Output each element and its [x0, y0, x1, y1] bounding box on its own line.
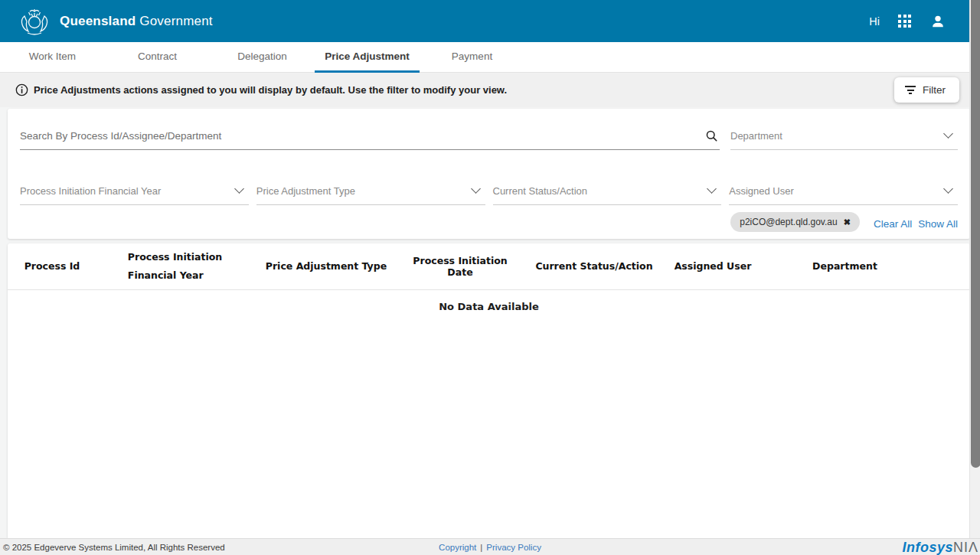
column-header-department: Department [759, 256, 931, 276]
results-table: Process Id Process InitiationFinancial Y… [8, 243, 970, 538]
brand-title: Queensland Government [60, 14, 213, 29]
copyright-text: © 2025 Edgeverve Systems Limited, All Ri… [0, 543, 225, 552]
footer-link-separator: | [480, 543, 482, 552]
no-data-message: No Data Available [8, 290, 970, 312]
price-adjustment-type-dropdown[interactable]: Price Adjustment Type [256, 176, 485, 205]
tab-payment[interactable]: Payment [420, 42, 524, 73]
qld-coat-of-arms-logo [17, 5, 52, 38]
current-status-dropdown-label: Current Status/Action [493, 185, 588, 197]
column-header-price-adjustment-type: Price Adjustment Type [253, 256, 399, 276]
apps-grid-icon[interactable] [898, 15, 911, 28]
privacy-policy-link[interactable]: Privacy Policy [486, 543, 541, 552]
user-profile-icon[interactable] [929, 13, 946, 30]
clear-all-link[interactable]: Clear All [874, 218, 912, 230]
financial-year-dropdown[interactable]: Process Initiation Financial Year [20, 176, 249, 205]
tab-contract[interactable]: Contract [105, 42, 210, 73]
department-dropdown[interactable]: Department [730, 121, 958, 150]
table-header-row: Process Id Process InitiationFinancial Y… [8, 243, 970, 290]
column-header-assigned-user: Assigned User [667, 256, 759, 276]
column-header-process-id: Process Id [8, 256, 96, 276]
assigned-user-dropdown-label: Assigned User [729, 185, 794, 197]
chevron-down-icon [471, 184, 481, 194]
chevron-down-icon [707, 184, 717, 194]
tab-delegation[interactable]: Delegation [210, 42, 315, 73]
filter-button-label: Filter [923, 84, 946, 96]
financial-year-dropdown-label: Process Initiation Financial Year [20, 185, 161, 197]
current-status-dropdown[interactable]: Current Status/Action [493, 176, 722, 205]
assigned-user-chip: p2iCO@dept.qld.gov.au ✖ [730, 212, 860, 232]
info-icon [15, 83, 28, 96]
department-dropdown-label: Department [730, 130, 782, 142]
chip-remove-icon[interactable]: ✖ [844, 218, 851, 227]
scrollbar-thumb[interactable] [971, 0, 980, 468]
app-header: Queensland Government Hi [0, 0, 980, 42]
filter-panel: Department Process Initiation Financial … [8, 109, 970, 239]
brand-queensland: Queensland [60, 14, 136, 28]
column-header-financial-year: Process InitiationFinancial Year [96, 243, 253, 289]
banner-message: Price Adjustments actions assigned to yo… [34, 84, 507, 96]
column-header-current-status: Current Status/Action [521, 256, 667, 276]
column-header-initiation-date: Process Initiation Date [399, 250, 521, 282]
copyright-link[interactable]: Copyright [439, 543, 476, 552]
search-icon[interactable] [705, 129, 718, 145]
show-all-link[interactable]: Show All [918, 218, 958, 230]
brand-government: Government [139, 14, 213, 28]
info-banner: Price Adjustments actions assigned to yo… [0, 73, 980, 107]
chevron-down-icon [234, 184, 244, 194]
price-adjustment-type-dropdown-label: Price Adjustment Type [256, 185, 355, 197]
main-tabbar: Work Item Contract Delegation Price Adju… [0, 42, 980, 73]
assigned-user-chip-text: p2iCO@dept.qld.gov.au [740, 217, 837, 227]
search-input[interactable] [20, 119, 720, 150]
tab-price-adjustment[interactable]: Price Adjustment [315, 42, 420, 73]
tab-work-item[interactable]: Work Item [0, 42, 105, 73]
chevron-down-icon [943, 184, 953, 194]
app-footer: © 2025 Edgeverve Systems Limited, All Ri… [0, 538, 980, 555]
assigned-user-dropdown[interactable]: Assigned User p2iCO@dept.qld.gov.au ✖ [729, 176, 958, 205]
scrollbar-track[interactable] [969, 0, 980, 538]
filter-button[interactable]: Filter [894, 77, 959, 103]
chevron-down-icon [943, 129, 953, 139]
filter-icon [905, 86, 916, 94]
greeting-text: Hi [869, 15, 880, 28]
infosys-nia-logo: InfosysNIΛ [902, 540, 978, 554]
